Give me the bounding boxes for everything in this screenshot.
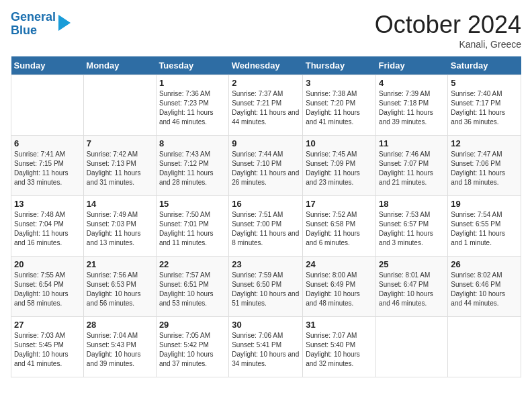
weekday-saturday: Saturday <box>448 56 521 75</box>
day-number: 27 <box>14 320 81 330</box>
day-info: Sunrise: 7:46 AM Sunset: 7:07 PM Dayligh… <box>379 150 445 187</box>
day-number: 1 <box>159 78 226 88</box>
month-title: October 2024 <box>375 11 521 39</box>
calendar-cell: 4Sunrise: 7:39 AM Sunset: 7:18 PM Daylig… <box>376 75 448 136</box>
logo-general: General <box>11 10 56 24</box>
title-block: October 2024 Kanali, Greece <box>375 11 521 50</box>
day-info: Sunrise: 7:47 AM Sunset: 7:06 PM Dayligh… <box>451 150 518 187</box>
day-info: Sunrise: 7:50 AM Sunset: 7:01 PM Dayligh… <box>159 210 226 248</box>
day-number: 13 <box>14 199 81 209</box>
day-number: 16 <box>232 199 300 209</box>
day-info: Sunrise: 7:07 AM Sunset: 5:40 PM Dayligh… <box>306 331 373 369</box>
calendar-cell: 30Sunrise: 7:06 AM Sunset: 5:41 PM Dayli… <box>229 317 303 377</box>
weekday-thursday: Thursday <box>303 56 376 75</box>
calendar-cell: 1Sunrise: 7:36 AM Sunset: 7:23 PM Daylig… <box>156 75 228 136</box>
week-row-0: 1Sunrise: 7:36 AM Sunset: 7:23 PM Daylig… <box>11 75 521 136</box>
day-info: Sunrise: 7:38 AM Sunset: 7:20 PM Dayligh… <box>306 89 373 127</box>
calendar-cell: 12Sunrise: 7:47 AM Sunset: 7:06 PM Dayli… <box>448 136 521 196</box>
day-number: 2 <box>232 78 300 88</box>
weekday-header-row: SundayMondayTuesdayWednesdayThursdayFrid… <box>11 56 521 75</box>
day-number: 4 <box>379 78 445 88</box>
day-info: Sunrise: 7:43 AM Sunset: 7:12 PM Dayligh… <box>159 150 226 187</box>
calendar-cell: 24Sunrise: 8:00 AM Sunset: 6:49 PM Dayli… <box>303 257 376 317</box>
day-number: 19 <box>451 199 518 209</box>
day-info: Sunrise: 7:44 AM Sunset: 7:10 PM Dayligh… <box>232 150 300 187</box>
day-info: Sunrise: 7:56 AM Sunset: 6:53 PM Dayligh… <box>87 271 153 308</box>
day-info: Sunrise: 7:48 AM Sunset: 7:04 PM Dayligh… <box>14 210 81 248</box>
calendar-cell: 19Sunrise: 7:54 AM Sunset: 6:55 PM Dayli… <box>448 196 521 257</box>
day-number: 20 <box>14 259 81 269</box>
day-info: Sunrise: 7:05 AM Sunset: 5:42 PM Dayligh… <box>159 331 226 369</box>
day-info: Sunrise: 8:01 AM Sunset: 6:47 PM Dayligh… <box>379 271 445 308</box>
day-info: Sunrise: 7:03 AM Sunset: 5:45 PM Dayligh… <box>14 331 81 369</box>
calendar-cell: 16Sunrise: 7:51 AM Sunset: 7:00 PM Dayli… <box>229 196 303 257</box>
day-info: Sunrise: 7:52 AM Sunset: 6:58 PM Dayligh… <box>306 210 373 248</box>
calendar-cell: 7Sunrise: 7:42 AM Sunset: 7:13 PM Daylig… <box>83 136 156 196</box>
day-number: 7 <box>87 138 153 148</box>
weekday-friday: Friday <box>376 56 448 75</box>
day-number: 18 <box>379 199 445 209</box>
day-number: 29 <box>159 320 226 330</box>
calendar-cell: 11Sunrise: 7:46 AM Sunset: 7:07 PM Dayli… <box>376 136 448 196</box>
calendar-cell: 13Sunrise: 7:48 AM Sunset: 7:04 PM Dayli… <box>11 196 84 257</box>
calendar-cell: 27Sunrise: 7:03 AM Sunset: 5:45 PM Dayli… <box>11 317 84 377</box>
logo-arrow-icon <box>58 15 71 31</box>
day-info: Sunrise: 7:36 AM Sunset: 7:23 PM Dayligh… <box>159 89 226 127</box>
calendar-cell: 22Sunrise: 7:57 AM Sunset: 6:51 PM Dayli… <box>156 257 228 317</box>
day-number: 10 <box>306 138 373 148</box>
calendar-table: SundayMondayTuesdayWednesdayThursdayFrid… <box>11 56 521 377</box>
weekday-monday: Monday <box>83 56 156 75</box>
day-info: Sunrise: 8:02 AM Sunset: 6:46 PM Dayligh… <box>451 271 518 308</box>
calendar-body: 1Sunrise: 7:36 AM Sunset: 7:23 PM Daylig… <box>11 75 521 377</box>
day-info: Sunrise: 8:00 AM Sunset: 6:49 PM Dayligh… <box>306 271 373 308</box>
day-number: 23 <box>232 259 300 269</box>
calendar-cell: 29Sunrise: 7:05 AM Sunset: 5:42 PM Dayli… <box>156 317 228 377</box>
day-info: Sunrise: 7:55 AM Sunset: 6:54 PM Dayligh… <box>14 271 81 308</box>
calendar-cell: 5Sunrise: 7:40 AM Sunset: 7:17 PM Daylig… <box>448 75 521 136</box>
day-info: Sunrise: 7:37 AM Sunset: 7:21 PM Dayligh… <box>232 89 300 127</box>
calendar-cell: 26Sunrise: 8:02 AM Sunset: 6:46 PM Dayli… <box>448 257 521 317</box>
day-number: 14 <box>87 199 153 209</box>
logo: General Blue <box>11 11 71 38</box>
day-info: Sunrise: 7:51 AM Sunset: 7:00 PM Dayligh… <box>232 210 300 248</box>
calendar-cell: 2Sunrise: 7:37 AM Sunset: 7:21 PM Daylig… <box>229 75 303 136</box>
calendar-cell: 18Sunrise: 7:53 AM Sunset: 6:57 PM Dayli… <box>376 196 448 257</box>
day-info: Sunrise: 7:54 AM Sunset: 6:55 PM Dayligh… <box>451 210 518 248</box>
week-row-3: 20Sunrise: 7:55 AM Sunset: 6:54 PM Dayli… <box>11 257 521 317</box>
day-info: Sunrise: 7:40 AM Sunset: 7:17 PM Dayligh… <box>451 89 518 127</box>
calendar-cell <box>448 317 521 377</box>
calendar-cell: 31Sunrise: 7:07 AM Sunset: 5:40 PM Dayli… <box>303 317 376 377</box>
week-row-2: 13Sunrise: 7:48 AM Sunset: 7:04 PM Dayli… <box>11 196 521 257</box>
page-header: General Blue October 2024 Kanali, Greece <box>11 11 521 50</box>
day-number: 30 <box>232 320 300 330</box>
calendar-cell: 14Sunrise: 7:49 AM Sunset: 7:03 PM Dayli… <box>83 196 156 257</box>
location: Kanali, Greece <box>375 39 521 50</box>
calendar-cell: 3Sunrise: 7:38 AM Sunset: 7:20 PM Daylig… <box>303 75 376 136</box>
day-number: 9 <box>232 138 300 148</box>
day-info: Sunrise: 7:39 AM Sunset: 7:18 PM Dayligh… <box>379 89 445 127</box>
calendar-cell <box>11 75 84 136</box>
day-number: 22 <box>159 259 226 269</box>
day-info: Sunrise: 7:49 AM Sunset: 7:03 PM Dayligh… <box>87 210 153 248</box>
calendar-cell <box>376 317 448 377</box>
day-number: 6 <box>14 138 81 148</box>
day-info: Sunrise: 7:06 AM Sunset: 5:41 PM Dayligh… <box>232 331 300 369</box>
week-row-4: 27Sunrise: 7:03 AM Sunset: 5:45 PM Dayli… <box>11 317 521 377</box>
day-info: Sunrise: 7:04 AM Sunset: 5:43 PM Dayligh… <box>87 331 153 369</box>
calendar-cell: 9Sunrise: 7:44 AM Sunset: 7:10 PM Daylig… <box>229 136 303 196</box>
day-number: 31 <box>306 320 373 330</box>
week-row-1: 6Sunrise: 7:41 AM Sunset: 7:15 PM Daylig… <box>11 136 521 196</box>
calendar-cell: 8Sunrise: 7:43 AM Sunset: 7:12 PM Daylig… <box>156 136 228 196</box>
day-number: 21 <box>87 259 153 269</box>
day-info: Sunrise: 7:41 AM Sunset: 7:15 PM Dayligh… <box>14 150 81 187</box>
weekday-sunday: Sunday <box>11 56 84 75</box>
logo-text: General Blue <box>11 11 56 38</box>
calendar-cell: 10Sunrise: 7:45 AM Sunset: 7:09 PM Dayli… <box>303 136 376 196</box>
calendar-cell: 6Sunrise: 7:41 AM Sunset: 7:15 PM Daylig… <box>11 136 84 196</box>
calendar-cell: 23Sunrise: 7:59 AM Sunset: 6:50 PM Dayli… <box>229 257 303 317</box>
calendar-cell: 20Sunrise: 7:55 AM Sunset: 6:54 PM Dayli… <box>11 257 84 317</box>
day-info: Sunrise: 7:53 AM Sunset: 6:57 PM Dayligh… <box>379 210 445 248</box>
day-info: Sunrise: 7:42 AM Sunset: 7:13 PM Dayligh… <box>87 150 153 187</box>
day-number: 5 <box>451 78 518 88</box>
calendar-cell: 28Sunrise: 7:04 AM Sunset: 5:43 PM Dayli… <box>83 317 156 377</box>
